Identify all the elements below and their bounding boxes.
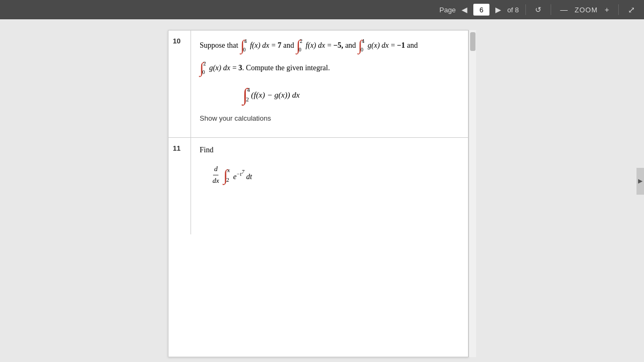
question-10-number: 10 — [169, 31, 191, 137]
zoom-label: ZOOM — [575, 6, 598, 14]
scrollbar-track[interactable] — [469, 30, 476, 357]
question-10-body: Suppose that ∫ 4 0 f(x) dx = 7 and ∫ — [191, 31, 468, 137]
page-navigation: Page ◀ ▶ of 8 — [440, 4, 519, 16]
separator-3 — [618, 4, 619, 15]
question-10-row: 10 Suppose that ∫ 4 0 f(x) dx — [169, 31, 468, 138]
integral-4-block: ∫ 2 0 — [200, 60, 207, 77]
q11-integrand: e−t7 dt — [233, 168, 252, 183]
show-calculations-text: Show your calculations — [200, 113, 459, 124]
q10-line1: Suppose that ∫ 4 0 f(x) dx = 7 and ∫ — [200, 37, 459, 54]
integral-3-limits: 4 0 — [361, 37, 364, 54]
total-pages: of 8 — [507, 6, 519, 14]
question-11-row: 11 Find d dx ∫ x 2 — [169, 138, 468, 234]
page-container: 10 Suppose that ∫ 4 0 f(x) dx — [168, 30, 469, 357]
q11-expression: d dx ∫ x 2 e−t7 dt — [210, 164, 459, 187]
zoom-in-button[interactable]: + — [602, 4, 612, 15]
int1-integrand: f(x) dx — [250, 40, 269, 51]
prev-page-button[interactable]: ◀ — [459, 4, 470, 15]
find-text: Find — [200, 146, 214, 154]
q11-integral-limits: x 2 — [226, 166, 230, 184]
main-content: 10 Suppose that ∫ 4 0 f(x) dx — [0, 19, 644, 362]
int2-equals: = −5, and — [327, 40, 356, 51]
page-number-input[interactable] — [473, 4, 489, 16]
main-integral-limits: 4 2 — [246, 85, 250, 104]
integral-2-block: ∫ 2 0 — [296, 37, 304, 54]
integral-3-block: ∫ 4 0 — [358, 37, 365, 54]
separator-2 — [551, 4, 551, 15]
int1-equals: = 7 and — [272, 40, 294, 51]
next-page-button[interactable]: ▶ — [493, 4, 504, 15]
int4-integrand: g(x) dx — [209, 62, 230, 74]
suppose-text: Suppose that — [200, 40, 238, 51]
q10-line2: ∫ 2 0 g(x) dx = 3. Compute the given int… — [200, 60, 459, 77]
integral-2-limits: 2 0 — [299, 37, 303, 54]
question-11-number: 11 — [169, 138, 191, 234]
integral-4-limits: 2 0 — [202, 60, 206, 77]
zoom-out-button[interactable]: — — [558, 4, 570, 15]
separator-1 — [525, 4, 526, 15]
q11-integral-block: ∫ x 2 — [223, 166, 231, 184]
integral-1-block: ∫ 4 0 — [240, 37, 248, 54]
page-label: Page — [440, 6, 456, 14]
derivative-fraction: d dx — [211, 164, 220, 187]
question-11-body: Find d dx ∫ x 2 — [191, 138, 468, 234]
toolbar: Page ◀ ▶ of 8 ↺ — ZOOM + ⤢ — [0, 0, 644, 19]
int3-integrand: g(x) dx — [368, 40, 389, 51]
integral-1-limits: 4 0 — [243, 37, 247, 54]
int4-equals: = 3. Compute the given integral. — [232, 62, 330, 74]
main-integrand: (f(x) − g(x)) dx — [251, 88, 299, 101]
reload-button[interactable]: ↺ — [532, 4, 544, 15]
scrollbar-thumb[interactable] — [470, 32, 475, 51]
fullscreen-button[interactable]: ⤢ — [625, 4, 638, 16]
right-edge-arrow[interactable]: ▶ — [636, 168, 644, 195]
int2-integrand: f(x) dx — [306, 40, 325, 51]
main-integral-block: ∫ 4 2 (f(x) − g(x)) dx — [243, 85, 299, 104]
int3-equals: = −1 and — [391, 40, 418, 51]
main-integral-symbol-block: ∫ 4 2 — [243, 85, 251, 104]
